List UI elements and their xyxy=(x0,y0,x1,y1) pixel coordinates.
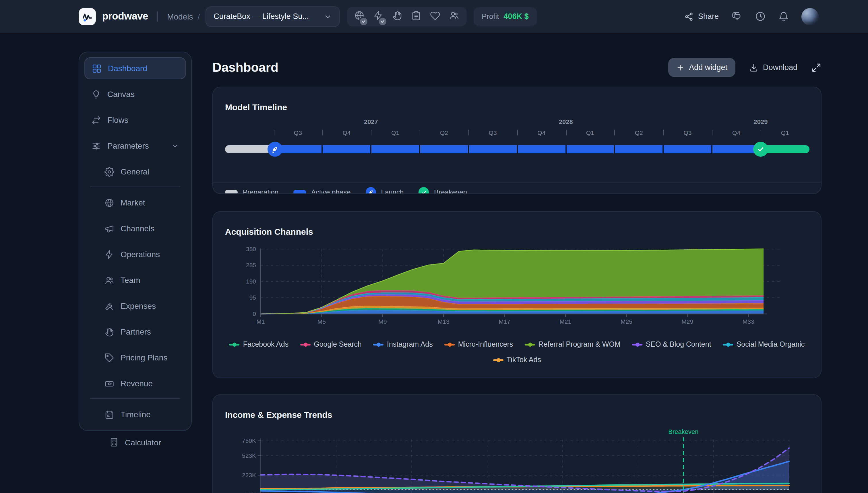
status-heart-icon[interactable] xyxy=(430,10,440,23)
share-button[interactable]: Share xyxy=(684,12,719,21)
globe-icon xyxy=(105,198,114,208)
sidebar-item-label: Dashboard xyxy=(108,64,147,73)
timeline-segment-divider xyxy=(322,145,323,153)
timeline-year-label: 2029 xyxy=(754,118,768,125)
sidebar-item-label: Canvas xyxy=(107,89,135,99)
legend-label: Active phase xyxy=(311,188,351,194)
sidebar-item-canvas[interactable]: Canvas xyxy=(84,83,186,105)
sidebar-item-pricing-plans[interactable]: Pricing Plans xyxy=(84,347,186,368)
legend-item-preparation[interactable]: Preparation xyxy=(225,188,278,194)
timeline-segment-divider xyxy=(663,145,664,153)
svg-text:190: 190 xyxy=(246,278,256,285)
legend-item-seo-blog-content[interactable]: SEO & Blog Content xyxy=(632,340,711,348)
timeline-quarter-label: Q1 xyxy=(586,129,594,136)
sidebar-item-revenue[interactable]: Revenue xyxy=(84,372,186,394)
legend-item-tiktok-ads[interactable]: TikTok Ads xyxy=(493,356,541,364)
timeline-tick xyxy=(468,130,469,135)
sidebar-item-market[interactable]: Market xyxy=(84,192,186,214)
heart-icon xyxy=(430,10,440,23)
status-zap-icon[interactable] xyxy=(373,10,383,23)
status-clipboard-icon[interactable] xyxy=(411,10,421,23)
download-button[interactable]: Download xyxy=(749,63,798,72)
breadcrumb-separator: / xyxy=(197,12,200,21)
check-badge-icon xyxy=(378,16,387,26)
timeline-quarter-label: Q4 xyxy=(537,129,545,136)
gear-icon xyxy=(105,167,114,176)
sidebar-item-label: Parameters xyxy=(107,141,149,150)
topbar-divider xyxy=(157,11,158,22)
sidebar-item-calculator[interactable]: Calculator xyxy=(79,437,192,447)
legend-item-instagram-ads[interactable]: Instagram Ads xyxy=(373,340,433,348)
legend-item-breakeven[interactable]: Breakeven xyxy=(419,187,467,194)
legend-pill-swatch xyxy=(225,190,238,194)
legend-item-facebook-ads[interactable]: Facebook Ads xyxy=(229,340,289,348)
model-status-icons xyxy=(347,6,467,26)
sidebar-item-flows[interactable]: Flows xyxy=(84,109,186,131)
sidebar-item-channels[interactable]: Channels xyxy=(84,217,186,239)
svg-text:M5: M5 xyxy=(317,318,326,325)
legend-item-micro-influencers[interactable]: Micro-Influencers xyxy=(444,340,513,348)
sidebar-item-label: Timeline xyxy=(121,410,151,419)
timeline-quarter-label: Q3 xyxy=(489,129,497,136)
status-users-icon[interactable] xyxy=(449,10,459,23)
sidebar-item-general[interactable]: General xyxy=(84,161,186,183)
rocket-icon xyxy=(366,187,376,194)
legend-item-social-media-organic[interactable]: Social Media Organic xyxy=(723,340,805,348)
breakeven-annotation: Breakeven xyxy=(668,428,698,435)
download-icon xyxy=(749,63,758,72)
timeline-tick xyxy=(566,130,566,135)
sidebar-item-expenses[interactable]: Expenses xyxy=(84,295,186,317)
share-icon xyxy=(684,12,694,21)
status-hand-icon[interactable] xyxy=(392,10,402,23)
legend-item-active-phase[interactable]: Active phase xyxy=(293,188,351,194)
add-widget-button[interactable]: Add widget xyxy=(668,58,735,77)
sidebar-item-timeline[interactable]: Timeline xyxy=(84,404,186,425)
timeline-tick xyxy=(517,130,518,135)
sidebar-item-dashboard[interactable]: Dashboard xyxy=(84,57,186,79)
grid-icon xyxy=(92,63,102,73)
breakeven-marker-icon xyxy=(753,142,768,157)
sidebar-item-partners[interactable]: Partners xyxy=(84,321,186,343)
timeline-segment-divider xyxy=(711,145,713,153)
sidebar: DashboardCanvasFlowsParametersGeneralMar… xyxy=(79,52,192,431)
page-title: Dashboard xyxy=(212,60,278,75)
comments-icon[interactable] xyxy=(732,11,742,22)
legend-pill-swatch xyxy=(293,190,306,194)
user-avatar[interactable] xyxy=(801,8,819,25)
sidebar-item-operations[interactable]: Operations xyxy=(84,243,186,265)
sidebar-item-label: Expenses xyxy=(121,301,156,310)
timeline-tick xyxy=(663,130,664,135)
svg-text:M1: M1 xyxy=(256,318,264,325)
model-selector[interactable]: CurateBox — Lifestyle Su... xyxy=(206,6,340,27)
sidebar-item-label: Pricing Plans xyxy=(121,353,167,362)
legend-item-launch[interactable]: Launch xyxy=(366,187,404,194)
add-widget-label: Add widget xyxy=(689,63,727,72)
svg-text:-77K: -77K xyxy=(244,491,256,493)
timeline-tick xyxy=(712,130,713,135)
acquisition-channels-chart: 095190285380M1M5M9M13M17M21M25M29M33 xyxy=(225,240,810,326)
history-clock-icon[interactable] xyxy=(755,11,766,22)
topbar: prodwave Models / CurateBox — Lifestyle … xyxy=(0,0,868,33)
timeline-quarter-label: Q3 xyxy=(294,129,302,136)
sidebar-item-parameters[interactable]: Parameters xyxy=(84,135,186,157)
model-selector-value: CurateBox — Lifestyle Su... xyxy=(214,12,309,21)
timeline-quarter-label: Q2 xyxy=(440,129,448,136)
fullscreen-expand-icon[interactable] xyxy=(811,62,822,72)
breadcrumb[interactable]: Models xyxy=(167,12,193,21)
timeline-tick xyxy=(322,130,323,135)
legend-series-marker xyxy=(632,342,642,347)
sidebar-item-label: Flows xyxy=(107,115,128,125)
sidebar-item-label: Operations xyxy=(121,250,160,259)
svg-text:M9: M9 xyxy=(378,318,387,325)
sidebar-item-team[interactable]: Team xyxy=(84,269,186,291)
clipboard-icon xyxy=(411,10,421,23)
legend-item-referral-program-wom[interactable]: Referral Program & WOM xyxy=(525,340,620,348)
legend-item-google-search[interactable]: Google Search xyxy=(300,340,362,348)
timeline-quarter-label: Q3 xyxy=(683,129,692,136)
prodwave-logo-icon xyxy=(79,8,96,25)
svg-text:223K: 223K xyxy=(242,472,256,478)
notifications-bell-icon[interactable] xyxy=(779,11,789,22)
sidebar-item-label: Calculator xyxy=(125,437,161,447)
svg-text:M33: M33 xyxy=(743,318,754,325)
status-globe-icon[interactable] xyxy=(354,10,364,23)
